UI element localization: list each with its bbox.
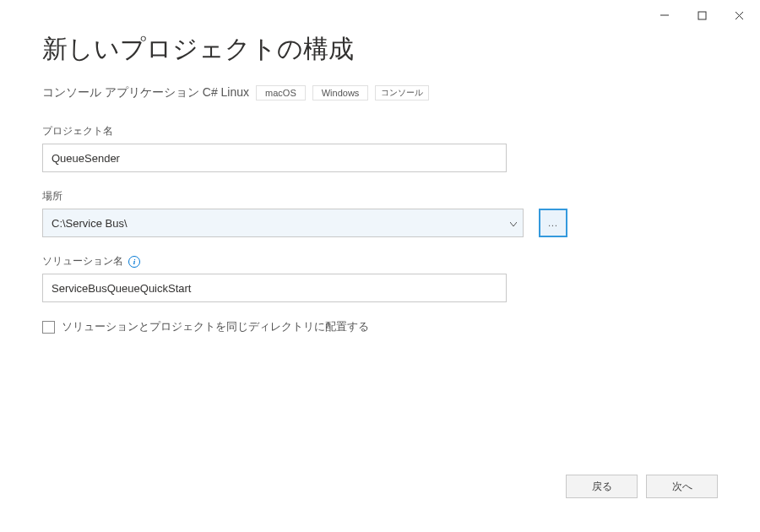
location-input[interactable] <box>42 209 524 237</box>
project-name-input[interactable] <box>42 144 507 172</box>
project-name-label: プロジェクト名 <box>42 124 718 138</box>
window-titlebar <box>643 0 760 30</box>
solution-name-label: ソリューション名 <box>42 254 123 269</box>
page-title: 新しいプロジェクトの構成 <box>42 32 718 67</box>
same-directory-label: ソリューションとプロジェクトを同じディレクトリに配置する <box>62 319 369 334</box>
maximize-button[interactable] <box>692 6 711 24</box>
close-button[interactable] <box>730 6 748 24</box>
info-icon[interactable]: i <box>128 256 140 268</box>
tag-windows: Windows <box>312 85 369 100</box>
tag-console: コンソール <box>375 85 429 100</box>
project-template-summary: コンソール アプリケーション C# Linux macOS Windows コン… <box>42 85 718 100</box>
svg-rect-1 <box>698 12 706 19</box>
back-button[interactable]: 戻る <box>566 475 638 498</box>
location-label: 場所 <box>42 189 718 204</box>
template-name-text: コンソール アプリケーション C# Linux <box>42 85 249 100</box>
minimize-button[interactable] <box>655 6 674 24</box>
solution-name-input[interactable] <box>42 274 507 302</box>
next-button[interactable]: 次へ <box>646 475 718 498</box>
browse-button[interactable]: ... <box>539 209 567 237</box>
tag-macos: macOS <box>256 85 306 100</box>
same-directory-checkbox[interactable] <box>42 321 55 334</box>
